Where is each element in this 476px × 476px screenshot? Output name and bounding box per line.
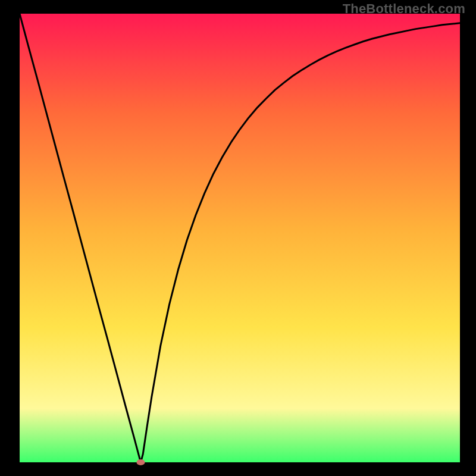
gradient-background [20, 14, 460, 462]
min-marker [137, 459, 145, 465]
chart-frame: { "watermark": "TheBottleneck.com", "col… [0, 0, 476, 476]
bottleneck-chart [0, 0, 476, 476]
